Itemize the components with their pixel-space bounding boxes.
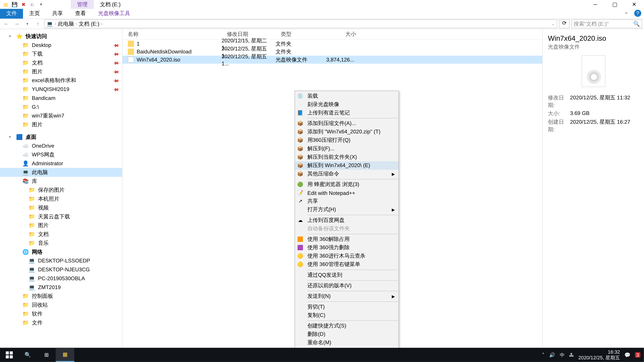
tree-item[interactable]: 📁回收站: [0, 301, 122, 309]
tree-item[interactable]: ☁️OneDrive: [0, 141, 122, 150]
menu-item[interactable]: 剪切(T): [295, 303, 398, 311]
menu-item[interactable]: 📦添加到 "Win7x64_2020.zip" (T): [295, 128, 398, 136]
tree-item[interactable]: 📁控制面板: [0, 292, 122, 301]
tree-item[interactable]: 📚库: [0, 177, 122, 186]
menu-item[interactable]: 📝Edit with Notepad++: [295, 189, 398, 197]
menu-item[interactable]: 复制(C): [295, 311, 398, 320]
tree-item[interactable]: 📁音乐: [0, 239, 122, 248]
volume-icon[interactable]: 🔊: [549, 352, 555, 358]
menu-item[interactable]: 📘上传到有道云笔记: [295, 109, 398, 117]
menu-item[interactable]: ☁上传到百度网盘: [295, 216, 398, 224]
taskview-button[interactable]: ⊞: [37, 348, 56, 362]
column-size[interactable]: 大小: [321, 30, 356, 38]
tree-item[interactable]: ▾⭐快速访问: [0, 32, 122, 41]
tree-item[interactable]: 💻此电脑: [0, 168, 122, 177]
ime-indicator[interactable]: 中: [560, 352, 565, 358]
action-center-icon[interactable]: 💬: [624, 352, 630, 358]
tree-item[interactable]: 📁文档: [0, 230, 122, 239]
nav-history-dropdown[interactable]: ▾: [23, 22, 32, 26]
menu-item[interactable]: 重命名(M): [295, 339, 398, 347]
column-name[interactable]: 名称: [122, 30, 222, 38]
notification-badge[interactable]: 3: [635, 352, 640, 358]
tray-expand-icon[interactable]: ˄: [542, 352, 545, 358]
menu-item[interactable]: 📦解压到当前文件夹(X): [295, 153, 398, 161]
menu-item[interactable]: ↗共享: [295, 197, 398, 205]
menu-item[interactable]: 打开方式(H)▶: [295, 205, 398, 214]
menu-item[interactable]: 📦其他压缩命令▶: [295, 170, 398, 178]
expand-icon[interactable]: ▾: [9, 34, 13, 38]
breadcrumb-dropdown-icon[interactable]: ⌄: [552, 22, 555, 26]
file-list[interactable]: 名称 修改日期 类型 大小 12020/12/15, 星期二 1...文件夹Ba…: [122, 29, 542, 348]
tree-item[interactable]: ▾🟦桌面: [0, 133, 122, 141]
expand-icon[interactable]: ▾: [9, 135, 13, 139]
tree-item[interactable]: 📁图片: [0, 221, 122, 230]
search-button[interactable]: 🔍: [18, 348, 37, 362]
ribbon-expand-icon[interactable]: ⌄: [621, 9, 632, 18]
menu-item[interactable]: 🟡使用 360进行木马云查杀: [295, 252, 398, 260]
minimize-button[interactable]: ─: [586, 0, 605, 9]
tree-item[interactable]: 📁天翼云盘下载: [0, 212, 122, 221]
menu-item[interactable]: 💿装载: [295, 92, 398, 100]
menu-item[interactable]: 📦添加到压缩文件(A)...: [295, 119, 398, 128]
tree-item[interactable]: 💻DESKTOP-NJEU3CG: [0, 265, 122, 274]
nav-forward-button[interactable]: →: [12, 21, 21, 27]
tree-item[interactable]: 📁下载📌: [0, 49, 122, 58]
menu-item[interactable]: 刻录光盘映像: [295, 100, 398, 109]
menu-item[interactable]: 发送到(N)▶: [295, 292, 398, 301]
menu-item[interactable]: 🟧使用 360解除占用: [295, 235, 398, 244]
breadcrumb-item[interactable]: 文档 (E:): [79, 20, 99, 28]
tree-item[interactable]: 📁文档📌: [0, 58, 122, 67]
menu-item[interactable]: 🟢用 蜂蜜浏览器 浏览(3): [295, 180, 398, 189]
menu-item[interactable]: 通过QQ发送到: [295, 271, 398, 279]
qat-undo-icon[interactable]: ⎌: [29, 1, 36, 7]
qat-dropdown-icon[interactable]: ▾: [38, 1, 44, 7]
ribbon-tab-home[interactable]: 主页: [23, 9, 46, 18]
menu-item[interactable]: 📦解压到(F)...: [295, 144, 398, 153]
qat-delete-icon[interactable]: ✖: [20, 1, 26, 7]
tree-item[interactable]: 📁Bandicam: [0, 94, 122, 103]
tree-item[interactable]: ☁️WPS网盘: [0, 150, 122, 159]
tree-item[interactable]: 🌐网络: [0, 248, 122, 256]
close-button[interactable]: ✕: [624, 0, 644, 9]
tree-item[interactable]: 📁YUNQISHI2019📌: [0, 85, 122, 94]
menu-item[interactable]: 🟡使用 360管理右键菜单: [295, 260, 398, 269]
nav-tree[interactable]: ▾⭐快速访问📁Desktop📌📁下载📌📁文档📌📁图片📌📁excel表格制作求和📌…: [0, 29, 122, 348]
file-row[interactable]: 12020/12/15, 星期二 1...文件夹: [122, 40, 542, 48]
tree-item[interactable]: 📁保存的图片: [0, 186, 122, 195]
file-row[interactable]: Win7x64_2020.iso2020/12/25, 星期五 1...光盘映像…: [122, 56, 542, 63]
tree-item[interactable]: 💻ZMT2019: [0, 283, 122, 292]
tree-item[interactable]: 📁文件: [0, 318, 122, 327]
network-icon[interactable]: 🖧: [569, 352, 574, 358]
refresh-button[interactable]: ⟳: [559, 19, 570, 28]
tree-item[interactable]: 💻PC-20190530OBLA: [0, 274, 122, 283]
breadcrumb-item[interactable]: 此电脑: [58, 20, 74, 28]
tree-item[interactable]: 📁视频: [0, 203, 122, 212]
start-button[interactable]: [0, 348, 18, 362]
taskbar[interactable]: 🔍 ⊞ ▦ ˄ 🔊 中 🖧 16:32 2020/12/25, 星期五 💬 3: [0, 348, 644, 362]
tree-item[interactable]: 📁图片: [0, 120, 122, 129]
tree-item[interactable]: 📁Desktop📌: [0, 41, 122, 50]
menu-item[interactable]: 创建快捷方式(S): [295, 322, 398, 330]
menu-item[interactable]: 还原以前的版本(V): [295, 282, 398, 290]
help-icon[interactable]: ?: [634, 10, 641, 17]
search-input[interactable]: 搜索"文档 (E:)" 🔍: [572, 19, 642, 28]
tree-item[interactable]: 📁图片📌: [0, 67, 122, 76]
menu-item[interactable]: 📦解压到 Win7x64_2020\ (E): [295, 161, 398, 170]
column-type[interactable]: 类型: [276, 30, 321, 38]
breadcrumb[interactable]: 💻› 此电脑› 文档 (E:)› ⌄: [44, 19, 557, 28]
tree-item[interactable]: 📁win7重装win7: [0, 111, 122, 120]
nav-back-button[interactable]: ←: [2, 21, 11, 27]
tree-item[interactable]: 📁本机照片: [0, 194, 122, 203]
tree-item[interactable]: 👤Administrator: [0, 159, 122, 168]
ribbon-tab-disctools[interactable]: 光盘映像工具: [92, 9, 136, 18]
menu-item[interactable]: 📦用360压缩打开(Q): [295, 136, 398, 144]
taskbar-clock[interactable]: 16:32 2020/12/25, 星期五: [578, 349, 620, 361]
nav-up-button[interactable]: ↑: [34, 21, 42, 27]
ribbon-tab-share[interactable]: 共享: [46, 9, 69, 18]
file-row[interactable]: BaiduNetdiskDownload2020/12/25, 星期五 1...…: [122, 48, 542, 56]
ribbon-tab-file[interactable]: 文件: [0, 9, 23, 18]
tree-item[interactable]: 📁G:\: [0, 103, 122, 111]
tree-item[interactable]: 📁软件: [0, 309, 122, 318]
qat-save-icon[interactable]: 💾: [12, 1, 18, 7]
ribbon-tab-view[interactable]: 查看: [69, 9, 92, 18]
